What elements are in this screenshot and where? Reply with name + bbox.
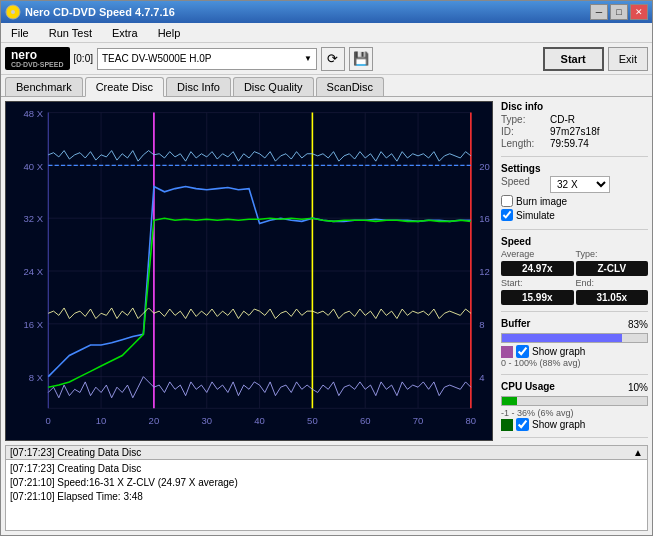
log-area[interactable]: [07:17:23] Creating Data Disc [07:21:10]… — [5, 459, 648, 531]
app-icon — [5, 4, 21, 20]
cpu-section: CPU Usage 10% -1 - 36% (6% avg) Show gra… — [501, 381, 648, 431]
drive-dropdown-icon[interactable]: ▼ — [304, 54, 312, 63]
average-speed-value: 24.97x — [501, 261, 574, 276]
svg-point-1 — [11, 10, 15, 14]
id-label: ID: — [501, 126, 546, 137]
drive-label: [0:0] — [74, 53, 93, 64]
svg-text:30: 30 — [201, 415, 212, 426]
exit-button[interactable]: Exit — [608, 47, 648, 71]
buffer-avg-text: 0 - 100% (88% avg) — [501, 358, 648, 368]
disc-length-row: Length: 79:59.74 — [501, 138, 648, 149]
svg-text:50: 50 — [307, 415, 318, 426]
speed-section: Speed Average Type: 24.97x Z-CLV Start: … — [501, 236, 648, 305]
burn-image-row: Burn image — [501, 195, 648, 207]
disc-info-section: Disc info Type: CD-R ID: 97m27s18f Lengt… — [501, 101, 648, 150]
type-value: CD-R — [550, 114, 575, 125]
end-speed-value: 31.05x — [576, 290, 649, 305]
start-label: Start: — [501, 278, 574, 288]
cpu-bar — [501, 396, 648, 406]
speed-select[interactable]: 32 X 16 X 8 X 4 X Max — [550, 176, 610, 193]
svg-text:20: 20 — [479, 161, 490, 172]
divider-4 — [501, 374, 648, 375]
cpu-show-graph-checkbox[interactable] — [516, 418, 529, 431]
main-content: 48 X 40 X 32 X 24 X 16 X 8 X 20 16 12 8 … — [1, 97, 652, 445]
buffer-percent: 83% — [628, 319, 648, 330]
buffer-show-graph-checkbox[interactable] — [516, 345, 529, 358]
menu-file[interactable]: File — [5, 25, 35, 41]
content-wrapper: 48 X 40 X 32 X 24 X 16 X 8 X 20 16 12 8 … — [1, 97, 652, 535]
title-bar-buttons: ─ □ ✕ — [590, 4, 648, 20]
tab-disc-quality[interactable]: Disc Quality — [233, 77, 314, 96]
start-speed-value: 15.99x — [501, 290, 574, 305]
save-icon: 💾 — [353, 51, 369, 66]
divider-3 — [501, 311, 648, 312]
minimize-button[interactable]: ─ — [590, 4, 608, 20]
length-value: 79:59.74 — [550, 138, 589, 149]
svg-text:16: 16 — [479, 213, 490, 224]
cpu-title: CPU Usage — [501, 381, 555, 392]
menu-run-test[interactable]: Run Test — [43, 25, 98, 41]
svg-text:24 X: 24 X — [23, 266, 43, 277]
chart-svg: 48 X 40 X 32 X 24 X 16 X 8 X 20 16 12 8 … — [6, 102, 492, 440]
buffer-title: Buffer — [501, 318, 530, 329]
type-speed-value: Z-CLV — [576, 261, 649, 276]
cpu-avg-text: -1 - 36% (6% avg) — [501, 408, 648, 418]
speed-label: Speed — [501, 176, 546, 193]
log-section: [07:17:23] Creating Data Disc ▲ [07:17:2… — [1, 445, 652, 535]
speed-row: Speed 32 X 16 X 8 X 4 X Max — [501, 176, 648, 193]
start-button[interactable]: Start — [543, 47, 604, 71]
window-title: Nero CD-DVD Speed 4.7.7.16 — [25, 6, 175, 18]
svg-text:60: 60 — [360, 415, 371, 426]
svg-text:70: 70 — [413, 415, 424, 426]
close-button[interactable]: ✕ — [630, 4, 648, 20]
type-header-label: Type: — [576, 249, 649, 259]
svg-text:8: 8 — [479, 319, 484, 330]
id-value: 97m27s18f — [550, 126, 599, 137]
menu-extra[interactable]: Extra — [106, 25, 144, 41]
menu-help[interactable]: Help — [152, 25, 187, 41]
svg-text:16 X: 16 X — [23, 319, 43, 330]
drive-selector[interactable]: TEAC DV-W5000E H.0P ▼ — [97, 48, 317, 70]
maximize-button[interactable]: □ — [610, 4, 628, 20]
refresh-icon: ⟳ — [327, 51, 338, 66]
save-button[interactable]: 💾 — [349, 47, 373, 71]
tab-disc-info[interactable]: Disc Info — [166, 77, 231, 96]
svg-text:32 X: 32 X — [23, 213, 43, 224]
svg-text:12: 12 — [479, 266, 490, 277]
disc-type-row: Type: CD-R — [501, 114, 648, 125]
divider-5 — [501, 437, 648, 438]
disc-id-row: ID: 97m27s18f — [501, 126, 648, 137]
average-label: Average — [501, 249, 574, 259]
svg-text:40: 40 — [254, 415, 265, 426]
speed-section-title: Speed — [501, 236, 648, 247]
svg-text:80: 80 — [466, 415, 477, 426]
cpu-color-swatch — [501, 419, 513, 431]
type-label: Type: — [501, 114, 546, 125]
tab-scan-disc[interactable]: ScanDisc — [316, 77, 384, 96]
tab-create-disc[interactable]: Create Disc — [85, 77, 164, 97]
menu-bar: File Run Test Extra Help — [1, 23, 652, 43]
cpu-percent: 10% — [628, 382, 648, 393]
simulate-row: Simulate — [501, 209, 648, 221]
settings-title: Settings — [501, 163, 648, 174]
buffer-fill — [502, 334, 622, 342]
toolbar: nero CD·DVD·SPEED [0:0] TEAC DV-W5000E H… — [1, 43, 652, 75]
disc-info-title: Disc info — [501, 101, 648, 112]
buffer-bar — [501, 333, 648, 343]
svg-text:48 X: 48 X — [23, 108, 43, 119]
simulate-label: Simulate — [516, 210, 555, 221]
log-entry-0: [07:17:23] Creating Data Disc — [10, 462, 643, 476]
chart-area: 48 X 40 X 32 X 24 X 16 X 8 X 20 16 12 8 … — [5, 101, 493, 441]
refresh-button[interactable]: ⟳ — [321, 47, 345, 71]
log-entry-2: [07:21:10] Elapsed Time: 3:48 — [10, 490, 643, 504]
simulate-checkbox[interactable] — [501, 209, 513, 221]
nero-logo: nero CD·DVD·SPEED — [5, 47, 70, 70]
svg-text:0: 0 — [46, 415, 51, 426]
svg-text:4: 4 — [479, 372, 484, 383]
tab-benchmark[interactable]: Benchmark — [5, 77, 83, 96]
title-bar: Nero CD-DVD Speed 4.7.7.16 ─ □ ✕ — [1, 1, 652, 23]
burn-image-checkbox[interactable] — [501, 195, 513, 207]
log-header: [07:17:23] Creating Data Disc ▲ — [5, 445, 648, 459]
drive-name: TEAC DV-W5000E H.0P — [102, 53, 304, 64]
log-entry-1: [07:21:10] Speed:16-31 X Z-CLV (24.97 X … — [10, 476, 643, 490]
